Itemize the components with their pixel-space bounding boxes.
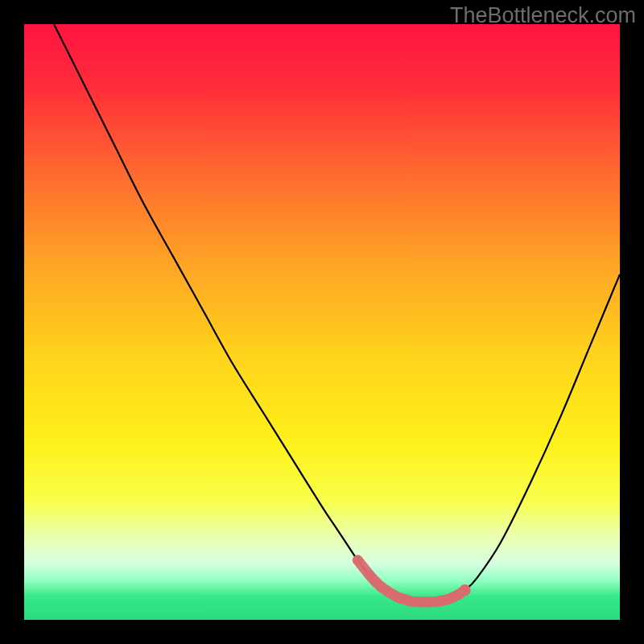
gradient-bg (24, 24, 620, 620)
chart-frame: TheBottleneck.com (0, 0, 644, 644)
svg-point-0 (353, 555, 363, 566)
bottleneck-chart (24, 24, 620, 620)
curve-end-marker (460, 584, 471, 596)
